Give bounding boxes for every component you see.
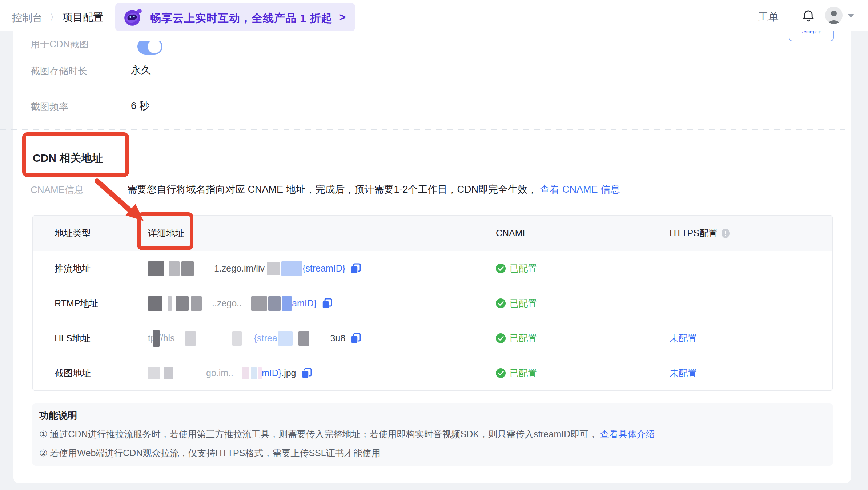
status-configured: 已配置 [510, 367, 537, 379]
header-detail-address: 详细地址 [139, 227, 488, 239]
copy-icon[interactable] [322, 298, 333, 309]
check-circle-icon [496, 264, 506, 273]
row-type: 截图地址 [33, 367, 139, 379]
redaction-block [168, 296, 172, 311]
row-cname-status: 已配置 [488, 332, 662, 344]
redaction-block [148, 261, 164, 276]
row-detail-address: 1.zego.im/liv {streamID} [139, 261, 488, 276]
screenshot-frequency-value: 6 秒 [131, 99, 149, 113]
row-detail-address: ..zego.. amID} [139, 296, 488, 311]
row-https-status: 未配置 [662, 367, 832, 379]
edit-button[interactable]: 编辑 [789, 31, 834, 41]
check-circle-icon [496, 368, 506, 378]
cname-info-desc: 需要您自行将域名指向对应 CNAME 地址，完成后，预计需要1-2个工作日，CD… [127, 184, 537, 195]
screenshot-storage-label: 截图存储时长 [31, 65, 87, 77]
cdn-screenshot-label: 用于CDN截图 [31, 41, 89, 50]
redaction-block [191, 296, 202, 311]
section-title: CDN 相关地址 [33, 151, 103, 166]
status-configured: 已配置 [510, 262, 537, 274]
table-row: HLS地址 tp://hls {strea 3u8 [33, 321, 832, 356]
view-details-link[interactable]: 查看具体介绍 [600, 429, 655, 439]
copy-icon[interactable] [350, 263, 361, 274]
page: 截图存储时长 永久 截图频率 6 秒 CDN 相关地址 CNAME信息 需要您自… [0, 0, 868, 490]
promo-banner[interactable]: 畅享云上实时互动，全线产品 1 折起 > [115, 3, 355, 31]
check-circle-icon [496, 298, 506, 308]
breadcrumb-separator: 〉 [49, 11, 59, 24]
notes-title: 功能说明 [39, 409, 77, 422]
row-detail-address: tp://hls {strea 3u8 [139, 330, 488, 347]
dashed-divider [0, 129, 851, 130]
cname-info-text: 需要您自行将域名指向对应 CNAME 地址，完成后，预计需要1-2个工作日，CD… [127, 183, 620, 196]
row-https-status: —— [662, 263, 832, 274]
redaction-block [181, 261, 194, 276]
redaction-block [268, 296, 281, 311]
cdn-screenshot-toggle[interactable] [137, 41, 162, 55]
url-stream-id: mID} [262, 368, 281, 378]
robot-icon [122, 7, 143, 27]
content-card: 截图存储时长 永久 截图频率 6 秒 CDN 相关地址 CNAME信息 需要您自… [13, 0, 851, 483]
table-row: RTMP地址 ..zego.. amID} [33, 286, 832, 321]
row-cname-status: 已配置 [488, 297, 662, 309]
edit-button-clip: 编辑 [781, 31, 843, 45]
table-row: 截图地址 go.im.. mID} .jpg [33, 356, 832, 390]
row-type: RTMP地址 [33, 297, 139, 309]
table-row: 推流地址 1.zego.im/liv {streamID} [33, 251, 832, 286]
redaction-block [153, 330, 160, 347]
redaction-block [232, 331, 242, 346]
caret-down-icon[interactable] [848, 14, 854, 18]
row-type: 推流地址 [33, 262, 139, 274]
view-cname-link[interactable]: 查看 CNAME 信息 [540, 184, 620, 195]
redaction-block [242, 367, 249, 379]
promo-banner-arrow: > [339, 11, 346, 23]
redaction-block [298, 331, 309, 346]
header-address-type: 地址类型 [33, 227, 139, 239]
screenshot-storage-value: 永久 [131, 63, 151, 77]
cname-info-label: CNAME信息 [31, 184, 84, 196]
row-cname-status: 已配置 [488, 262, 662, 274]
url-stream-id: {streamID} [302, 263, 345, 274]
redaction-block [185, 331, 196, 346]
copy-icon[interactable] [301, 368, 312, 379]
redaction-block [282, 296, 292, 311]
url-stream-id: {strea [254, 333, 277, 344]
url-fragment: 1.zego.im/liv [214, 263, 265, 274]
redaction-block [278, 331, 293, 346]
redaction-block [148, 296, 162, 311]
breadcrumb-console[interactable]: 控制台 [12, 11, 43, 25]
redaction-block [251, 296, 267, 311]
check-circle-icon [496, 333, 506, 343]
breadcrumb-project-config: 项目配置 [63, 11, 103, 24]
info-icon[interactable] [721, 229, 730, 238]
url-fragment: tp://hls [148, 333, 175, 344]
feature-notes-panel: 功能说明 ① 通过CDN进行推拉流服务时，若使用第三方推拉流工具，则需要传入完整… [32, 403, 833, 466]
status-configured: 已配置 [510, 332, 537, 344]
redaction-block [281, 261, 302, 276]
cdn-address-table: 地址类型 详细地址 CNAME HTTPS配置 推流地址 [32, 215, 833, 391]
row-https-status: —— [662, 298, 832, 309]
redaction-block [251, 367, 257, 379]
ticket-link[interactable]: 工单 [758, 10, 779, 24]
url-fragment: ..zego.. [212, 298, 242, 309]
screenshot-frequency-label: 截图频率 [31, 100, 68, 113]
row-type: HLS地址 [33, 332, 139, 344]
status-configured: 已配置 [510, 297, 537, 309]
header-https-config: HTTPS配置 [662, 227, 832, 239]
https-not-configured-link[interactable]: 未配置 [670, 332, 697, 344]
redaction-block [164, 367, 173, 379]
url-fragment: .jpg [281, 368, 296, 378]
copy-icon[interactable] [350, 333, 361, 344]
promo-banner-text: 畅享云上实时互动，全线产品 1 折起 [150, 11, 332, 26]
cdn-screenshot-toggle-row: 用于CDN截图 [13, 41, 268, 62]
url-stream-id: amID} [292, 298, 317, 309]
redaction-block [258, 367, 262, 379]
bell-icon[interactable] [802, 9, 815, 22]
url-fragment: go.im.. [206, 368, 233, 378]
notes-item-1: ① 通过CDN进行推拉流服务时，若使用第三方推拉流工具，则需要传入完整地址；若使… [39, 428, 655, 440]
https-not-configured-link[interactable]: 未配置 [670, 367, 697, 379]
redaction-block [267, 262, 280, 275]
avatar[interactable] [825, 7, 843, 24]
row-detail-address: go.im.. mID} .jpg [139, 367, 488, 379]
row-cname-status: 已配置 [488, 367, 662, 379]
redaction-block [176, 296, 189, 311]
notes-item-2: ② 若使用Web端进行CDN观众拉流，仅支持HTTPS格式，需要上传SSL证书才… [39, 447, 381, 459]
